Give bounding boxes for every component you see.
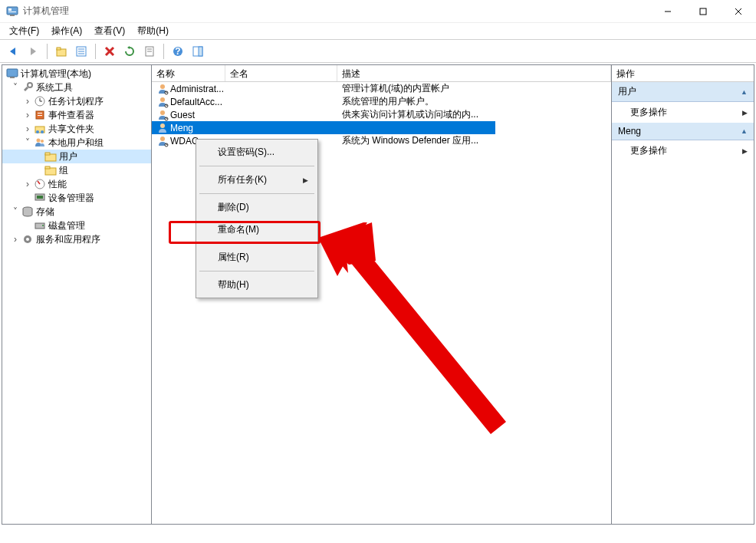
back-button[interactable] <box>5 43 21 60</box>
tree-label: 计算机管理(本地) <box>21 67 91 81</box>
properties-button[interactable] <box>73 43 90 60</box>
titlebar: 计算机管理 <box>0 0 756 23</box>
actions-group-selection[interactable]: Meng ▲ <box>612 123 754 140</box>
actions-item-label: 更多操作 <box>630 106 667 119</box>
actions-more[interactable]: 更多操作 ▶ <box>612 102 754 123</box>
ctx-all-tasks[interactable]: 所有任务(K)▶ <box>196 169 317 191</box>
event-icon <box>34 109 46 121</box>
action-pane-button[interactable] <box>189 43 206 60</box>
close-button[interactable] <box>721 0 756 23</box>
expand-icon[interactable]: › <box>22 179 33 189</box>
list-row[interactable]: Guest 供来宾访问计算机或访问域的内... <box>152 108 611 121</box>
ctx-help[interactable]: 帮助(H) <box>196 274 317 296</box>
toolbar-separator <box>95 44 96 59</box>
users-icon <box>34 137 46 149</box>
user-desc: 系统管理的用户帐户。 <box>337 95 611 108</box>
help-button[interactable]: ? <box>169 43 186 60</box>
collapse-icon[interactable]: ˅ <box>10 206 21 217</box>
expand-icon[interactable]: › <box>22 123 33 134</box>
collapse-icon[interactable]: ˅ <box>22 137 33 148</box>
tree-root[interactable]: 计算机管理(本地) <box>2 67 151 81</box>
ctx-separator <box>199 193 314 194</box>
ctx-rename[interactable]: 重命名(M) <box>196 219 317 241</box>
up-button[interactable] <box>53 43 70 60</box>
chevron-right-icon: ▶ <box>303 176 308 184</box>
svg-point-55 <box>160 123 165 128</box>
menu-view[interactable]: 查看(V) <box>88 23 131 39</box>
actions-item-label: 更多操作 <box>630 144 667 157</box>
user-icon <box>156 96 169 108</box>
tree-pane: 计算机管理(本地) ˅ 系统工具 › 任务计划程序 › 事件查看器 › 共享文件… <box>2 65 152 524</box>
refresh-button[interactable] <box>121 43 138 60</box>
svg-point-53 <box>160 110 165 115</box>
tree-device-manager[interactable]: 设备管理器 <box>2 191 151 205</box>
list-row[interactable]: Administrat... 管理计算机(域)的内置帐户 <box>152 82 611 95</box>
menubar: 文件(F) 操作(A) 查看(V) 帮助(H) <box>0 23 756 40</box>
user-icon <box>156 83 169 95</box>
tree-event-viewer[interactable]: › 事件查看器 <box>2 108 151 122</box>
forward-button[interactable] <box>25 43 41 60</box>
svg-point-35 <box>37 139 41 143</box>
collapse-icon[interactable]: ˅ <box>10 82 21 93</box>
ctx-delete[interactable]: 删除(D) <box>196 196 317 219</box>
tree-shared-folders[interactable]: › 共享文件夹 <box>2 122 151 136</box>
tree-local-users-groups[interactable]: ˅ 本地用户和组 <box>2 136 151 150</box>
column-fullname[interactable]: 全名 <box>225 65 337 81</box>
user-desc: 系统为 Windows Defender 应用... <box>337 134 611 147</box>
column-desc[interactable]: 描述 <box>337 65 611 81</box>
tree-label: 服务和应用程序 <box>36 233 100 246</box>
actions-group-users[interactable]: 用户 ▲ <box>612 82 754 102</box>
folder-icon <box>44 150 57 163</box>
maximize-button[interactable] <box>685 0 721 23</box>
tree-services-apps[interactable]: › 服务和应用程序 <box>2 232 151 246</box>
menu-file[interactable]: 文件(F) <box>3 23 45 39</box>
tree-performance[interactable]: › 性能 <box>2 177 151 191</box>
column-name[interactable]: 名称 <box>152 65 225 81</box>
window-controls <box>650 0 756 23</box>
storage-icon <box>21 206 34 218</box>
ctx-set-password[interactable]: 设置密码(S)... <box>196 141 317 163</box>
disk-icon <box>34 219 46 232</box>
tree-label: 组 <box>59 164 68 177</box>
tree-groups[interactable]: 组 <box>2 163 151 177</box>
svg-point-51 <box>160 97 165 102</box>
context-menu: 设置密码(S)... 所有任务(K)▶ 删除(D) 重命名(M) 属性(R) 帮… <box>196 139 318 298</box>
tree-disk-management[interactable]: 磁盘管理 <box>2 219 151 232</box>
svg-rect-40 <box>45 166 50 169</box>
svg-rect-24 <box>10 77 15 78</box>
user-desc: 供来宾访问计算机或访问域的内... <box>337 108 611 121</box>
svg-point-36 <box>41 140 44 143</box>
expand-icon[interactable]: › <box>10 234 21 245</box>
actions-more[interactable]: 更多操作 ▶ <box>612 140 754 161</box>
expand-icon[interactable]: › <box>22 96 33 107</box>
expand-icon[interactable]: › <box>22 110 33 120</box>
computer-icon <box>6 67 18 80</box>
actions-group-label: 用户 <box>618 85 636 98</box>
tree-label: 存储 <box>36 206 54 219</box>
tree-users[interactable]: 用户 <box>2 150 151 163</box>
list-row[interactable]: DefaultAcc... 系统管理的用户帐户。 <box>152 95 611 108</box>
user-desc: 管理计算机(域)的内置帐户 <box>337 82 611 95</box>
ctx-properties[interactable]: 属性(R) <box>196 246 317 268</box>
minimize-button[interactable] <box>650 0 685 23</box>
delete-button[interactable] <box>101 43 118 60</box>
svg-rect-43 <box>37 196 43 199</box>
svg-rect-23 <box>7 69 18 77</box>
toolbar-separator <box>163 44 164 59</box>
tools-icon <box>21 81 34 94</box>
menu-help[interactable]: 帮助(H) <box>131 23 175 39</box>
tree-task-scheduler[interactable]: › 任务计划程序 <box>2 94 151 108</box>
tree-label: 共享文件夹 <box>48 123 94 136</box>
menu-action[interactable]: 操作(A) <box>45 23 88 39</box>
app-icon <box>6 5 18 18</box>
tree-label: 任务计划程序 <box>48 95 104 108</box>
export-button[interactable] <box>141 43 158 60</box>
tree-storage[interactable]: ˅ 存储 <box>2 205 151 219</box>
list-row[interactable]: Meng <box>152 121 495 134</box>
clock-icon <box>34 95 46 107</box>
ctx-separator <box>199 271 314 272</box>
svg-rect-31 <box>38 115 42 116</box>
tree-label: 系统工具 <box>36 81 73 94</box>
tree-system-tools[interactable]: ˅ 系统工具 <box>2 81 151 94</box>
main-area: 计算机管理(本地) ˅ 系统工具 › 任务计划程序 › 事件查看器 › 共享文件… <box>2 64 754 525</box>
